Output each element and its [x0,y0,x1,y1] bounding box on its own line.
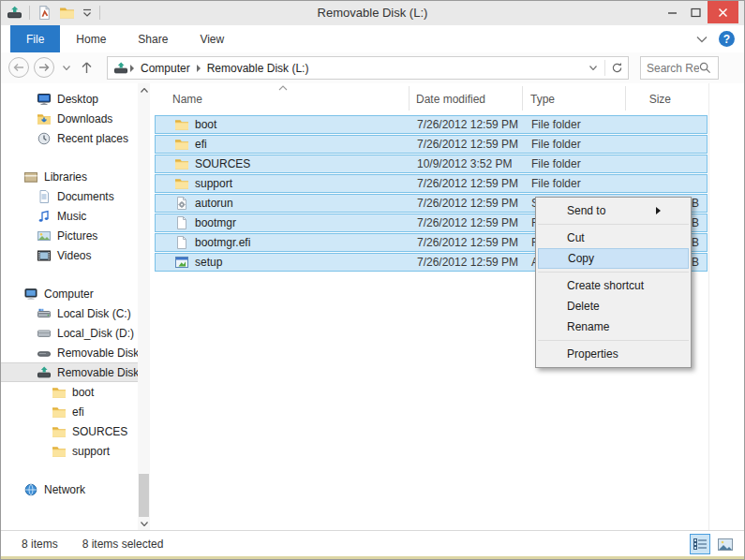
maximize-button[interactable] [684,1,708,23]
address-bar[interactable]: ComputerRemovable Disk (L:) [107,56,629,80]
sidebar-item-label: Downloads [57,112,112,125]
menu-item-properties[interactable]: Properties [536,344,691,364]
sidebar-item-downloads[interactable]: Downloads [1,109,138,128]
column-divider [522,86,523,111]
sidebar-item-sources[interactable]: SOURCES [1,421,138,441]
refresh-button[interactable] [605,57,628,79]
file-row[interactable]: support7/26/2012 12:59 PMFile folder [155,174,708,193]
minimize-button[interactable] [661,1,684,23]
column-divider [409,86,410,111]
sidebar-item-label: Libraries [44,170,87,184]
file-name: efi [195,138,207,151]
file-name-cell: bootmgr.efi [156,235,410,250]
sidebar-item-local-disk-d[interactable]: Local_Disk (D:) [1,323,138,343]
properties-doc-icon[interactable] [37,5,52,21]
quick-access-toolbar [7,5,100,21]
icons-view-button[interactable] [715,534,736,554]
tab-home[interactable]: Home [60,25,122,52]
sidebar-item-removable-disk[interactable]: Removable Disk ( [1,343,138,362]
forward-icon [38,63,50,72]
minimize-icon [667,7,678,18]
sidebar-item-recent-places[interactable]: Recent places [1,128,138,148]
up-button[interactable] [79,57,94,78]
ribbon-tab-row: FileHomeShareView ? [1,25,744,53]
autorun-icon [174,196,189,211]
menu-item-rename[interactable]: Rename [536,317,691,337]
back-button[interactable] [8,57,29,78]
menu-item-send-to[interactable]: Send to [536,200,691,221]
menu-separator [538,340,689,341]
scroll-up-button[interactable] [138,83,150,96]
usb-drive-icon[interactable] [7,5,22,21]
maximize-icon [691,7,701,18]
file-name: SOURCES [195,157,250,170]
libraries-icon [23,169,38,184]
new-folder-icon[interactable] [59,5,75,21]
details-view-button[interactable] [690,534,710,554]
pictures-icon [37,228,52,243]
menu-item-delete[interactable]: Delete [536,296,691,317]
sidebar-scrollbar[interactable] [138,83,150,530]
divider [708,83,709,530]
minimize-ribbon-icon[interactable] [696,36,708,43]
tab-view[interactable]: View [184,25,240,52]
file-icon [174,215,189,230]
column-header-date-modified[interactable]: Date modified [409,83,522,114]
sidebar-item-pictures[interactable]: Pictures [1,226,138,245]
sidebar-item-network[interactable]: Network [1,479,138,499]
forward-button[interactable] [34,57,54,78]
file-date-cell: 7/26/2012 12:59 PM [410,177,523,190]
sidebar-item-documents[interactable]: Documents [1,186,138,206]
help-button[interactable]: ? [719,31,735,47]
file-row[interactable]: boot7/26/2012 12:59 PMFile folder [155,115,708,134]
column-headers: NameDate modifiedTypeSize [151,83,744,114]
search-input[interactable] [641,62,699,75]
scroll-down-button[interactable] [138,517,150,530]
icons-view-icon [718,538,733,551]
file-row[interactable]: SOURCES10/9/2012 3:52 PMFile folder [155,155,708,173]
sidebar-item-libraries[interactable]: Libraries [1,167,138,186]
menu-separator [538,224,689,225]
recent-locations-button[interactable] [59,57,74,78]
folder-icon [52,385,67,400]
navigation-pane: DesktopDownloadsRecent placesLibrariesDo… [1,83,151,530]
sidebar-item-support[interactable]: support [1,441,138,461]
folder-icon [174,176,189,191]
sidebar-item-computer[interactable]: Computer [1,284,138,303]
file-name-cell: setup [156,255,410,270]
breadcrumb-item[interactable]: Removable Disk (L:) [202,62,314,75]
breadcrumb-item[interactable]: Computer [136,62,195,75]
sidebar-item-label: Removable Disk ( [57,366,138,379]
breadcrumb-separator-icon [130,65,134,72]
sidebar-item-label: boot [72,386,94,399]
menu-item-copy[interactable]: Copy [538,248,689,269]
file-name: support [195,177,232,190]
sidebar-item-label: Pictures [57,229,97,243]
sidebar-item-desktop[interactable]: Desktop [1,89,138,109]
customize-qat-button[interactable] [82,7,93,20]
close-button[interactable] [708,1,738,23]
sidebar-item-label: Music [57,210,86,223]
scrollbar-thumb[interactable] [139,474,149,517]
sidebar-item-boot[interactable]: boot [1,382,138,402]
file-row[interactable]: efi7/26/2012 12:59 PMFile folder [155,135,708,154]
search-icon[interactable] [699,62,711,74]
column-header-size[interactable]: Size [625,83,708,114]
breadcrumb: ComputerRemovable Disk (L:) [128,62,313,75]
sidebar-item-label: efi [72,405,84,419]
sidebar-item-removable-disk[interactable]: Removable Disk ( [1,362,138,382]
column-header-name[interactable]: Name [151,83,409,114]
menu-item-create-shortcut[interactable]: Create shortcut [536,275,691,296]
address-dropdown-button[interactable] [582,57,604,79]
sidebar-item-efi[interactable]: efi [1,402,138,421]
tab-share[interactable]: Share [122,25,184,52]
file-name-cell: support [156,176,410,191]
menu-item-cut[interactable]: Cut [536,228,691,248]
sidebar-item-local-disk-c[interactable]: Local Disk (C:) [1,303,138,323]
column-header-type[interactable]: Type [522,83,625,114]
chevron-down-icon [141,522,148,526]
tab-file[interactable]: File [10,25,60,52]
sidebar-item-music[interactable]: Music [1,206,138,226]
sidebar-item-videos[interactable]: Videos [1,245,138,265]
sidebar-item-label: Local Disk (C:) [57,307,131,320]
